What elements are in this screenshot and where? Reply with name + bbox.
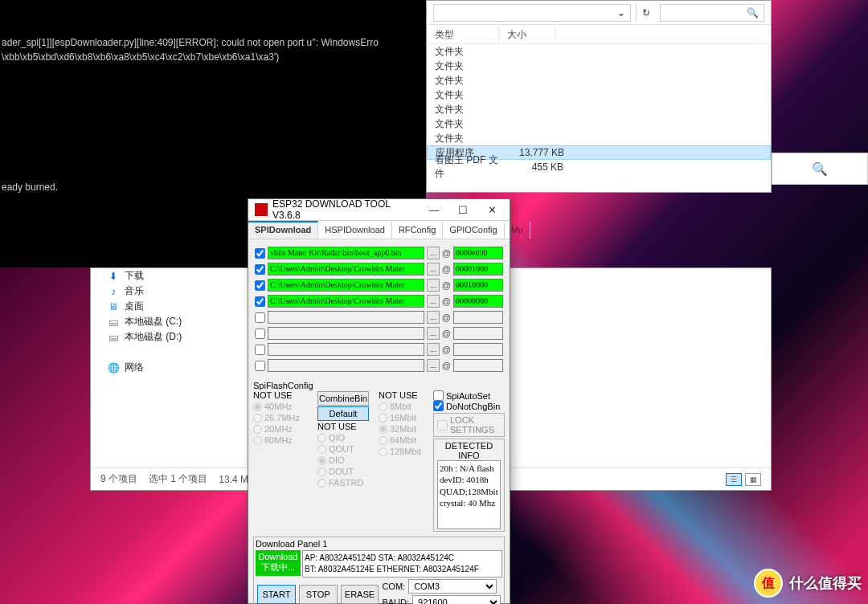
- radio-DIO[interactable]: DIO: [317, 455, 374, 465]
- path-field[interactable]: C:\Users\Admin\Desktop\Crowbits Mater: [268, 295, 424, 308]
- sidebar-item: [91, 345, 250, 360]
- watermark-logo-icon: 值: [754, 569, 783, 598]
- radio-16Mbit[interactable]: 16Mbit: [379, 413, 428, 422]
- path-field[interactable]: C:\Users\Admin\Desktop\Crowbits Mater: [268, 279, 424, 292]
- tab-hspidownload[interactable]: HSPIDownload: [318, 221, 392, 239]
- row-checkbox[interactable]: [255, 296, 265, 307]
- path-field[interactable]: [268, 343, 424, 356]
- file-row[interactable]: 看图王 PDF 文件455 KB: [427, 160, 771, 174]
- combinebin-button[interactable]: CombineBin: [317, 391, 369, 406]
- file-row[interactable]: 文件夹: [427, 116, 771, 131]
- com-select[interactable]: COM3: [408, 579, 497, 594]
- tab-gpioconfig[interactable]: GPIOConfig: [443, 221, 504, 239]
- file-row[interactable]: 文件夹: [427, 131, 771, 145]
- view-details-button[interactable]: ☰: [726, 473, 742, 486]
- addr-field[interactable]: [453, 327, 503, 340]
- title-bar[interactable]: ESP32 DOWNLOAD TOOL V3.6.8 — ☐ ✕: [248, 199, 510, 220]
- radio-QIO[interactable]: QIO: [317, 433, 374, 443]
- radio-32Mbit[interactable]: 32Mbit: [379, 424, 428, 434]
- file-row[interactable]: 文件夹: [427, 59, 771, 73]
- sidebar-item[interactable]: ♪音乐: [91, 284, 250, 299]
- addr-field[interactable]: 00001000: [453, 263, 503, 275]
- file-row[interactable]: 文件夹: [427, 44, 771, 59]
- path-field[interactable]: vbits Mater Kit\Radar\bin\boot_app0.bin: [268, 247, 424, 259]
- refresh-button[interactable]: ↻: [636, 4, 655, 22]
- browse-button[interactable]: ...: [427, 311, 440, 324]
- radio-26.7MHz[interactable]: 26.7MHz: [253, 413, 313, 422]
- at-icon: @: [442, 280, 451, 290]
- row-checkbox[interactable]: [255, 312, 265, 323]
- maximize-button[interactable]: ☐: [448, 200, 477, 219]
- stop-button[interactable]: STOP: [299, 585, 338, 604]
- start-button[interactable]: START: [257, 585, 296, 604]
- sidebar-item[interactable]: 🖴本地磁盘 (D:): [91, 329, 250, 345]
- file-row[interactable]: 文件夹: [427, 73, 771, 88]
- radio-128Mbit[interactable]: 128Mbit: [379, 447, 428, 456]
- path-field[interactable]: C:\Users\Admin\Desktop\Crowbits Mater: [268, 263, 424, 275]
- donotchgbin-check[interactable]: DoNotChgBin: [433, 401, 505, 411]
- row-checkbox[interactable]: [255, 264, 265, 275]
- spiautoset-check[interactable]: SpiAutoSet: [433, 390, 505, 401]
- config-area: NOT USE 40MHz26.7MHz20MHz80MHz CombineBi…: [248, 390, 510, 532]
- close-button[interactable]: ✕: [477, 200, 506, 219]
- browse-button[interactable]: ...: [427, 359, 440, 372]
- addr-field[interactable]: [453, 343, 503, 356]
- sidebar-item[interactable]: 🖥桌面: [91, 299, 250, 314]
- column-headers: 类型 大小: [427, 25, 771, 44]
- bin-row: C:\Users\Admin\Desktop\Crowbits Mater ..…: [255, 278, 503, 292]
- col-size[interactable]: 大小: [499, 25, 555, 43]
- address-bar[interactable]: ⌄: [433, 4, 631, 22]
- radio-40MHz[interactable]: 40MHz: [253, 402, 313, 411]
- radio-8Mbit[interactable]: 8Mbit: [379, 402, 428, 411]
- erase-button[interactable]: ERASE: [341, 585, 379, 604]
- row-checkbox[interactable]: [255, 329, 265, 339]
- radio-20MHz[interactable]: 20MHz: [253, 424, 313, 434]
- search-field[interactable]: 🔍: [660, 4, 764, 22]
- path-field[interactable]: [268, 327, 424, 340]
- panel-legend: Download Panel 1: [256, 539, 502, 549]
- search-panel[interactable]: 🔍: [772, 153, 868, 185]
- tab-spidownload[interactable]: SPIDownload: [248, 221, 318, 239]
- col-type[interactable]: 类型: [427, 25, 499, 43]
- addr-field[interactable]: [453, 311, 503, 324]
- minimize-button[interactable]: —: [420, 200, 448, 219]
- baud-select[interactable]: 921600: [412, 595, 501, 604]
- at-icon: @: [442, 248, 451, 258]
- radio-80MHz[interactable]: 80MHz: [253, 435, 313, 445]
- tab-more[interactable]: Mu: [505, 221, 530, 239]
- sidebar-item[interactable]: ⬇下载: [91, 268, 250, 284]
- addr-field[interactable]: [453, 359, 503, 372]
- radio-FASTRD[interactable]: FASTRD: [317, 478, 374, 488]
- browse-button[interactable]: ...: [427, 343, 440, 356]
- path-field[interactable]: [268, 311, 424, 324]
- radio-QOUT[interactable]: QOUT: [317, 444, 374, 454]
- row-checkbox[interactable]: [255, 280, 265, 291]
- sidebar-item[interactable]: 🌐网络: [91, 360, 250, 375]
- at-icon: @: [442, 312, 451, 322]
- row-checkbox[interactable]: [255, 345, 265, 355]
- chevron-down-icon[interactable]: ⌄: [617, 7, 625, 18]
- addr-field[interactable]: 00010000: [453, 279, 503, 292]
- selected-count: 选中 1 个项目: [149, 472, 207, 486]
- row-checkbox[interactable]: [255, 361, 265, 371]
- addr-field[interactable]: 00008000: [453, 295, 503, 308]
- browse-button[interactable]: ...: [427, 263, 440, 275]
- radio-DOUT[interactable]: DOUT: [317, 467, 374, 476]
- file-row[interactable]: 文件夹: [427, 88, 771, 102]
- lock-settings[interactable]: LOCK SETTINGS: [433, 413, 505, 437]
- browse-button[interactable]: ...: [427, 247, 440, 259]
- bin-row: C:\Users\Admin\Desktop\Crowbits Mater ..…: [255, 262, 503, 276]
- browse-button[interactable]: ...: [427, 327, 440, 340]
- browse-button[interactable]: ...: [427, 295, 440, 308]
- addr-field[interactable]: 0000e000: [453, 247, 503, 259]
- browse-button[interactable]: ...: [427, 279, 440, 292]
- default-button[interactable]: Default: [317, 406, 369, 421]
- radio-64Mbit[interactable]: 64Mbit: [379, 435, 428, 445]
- view-icons-button[interactable]: ▦: [745, 473, 761, 486]
- sidebar-item[interactable]: 🖴本地磁盘 (C:): [91, 314, 250, 329]
- file-row[interactable]: 文件夹: [427, 102, 771, 116]
- row-checkbox[interactable]: [255, 248, 265, 259]
- tab-rfconfig[interactable]: RFConfig: [392, 221, 443, 239]
- console-line: eady burned.: [2, 182, 58, 193]
- path-field[interactable]: [268, 359, 424, 372]
